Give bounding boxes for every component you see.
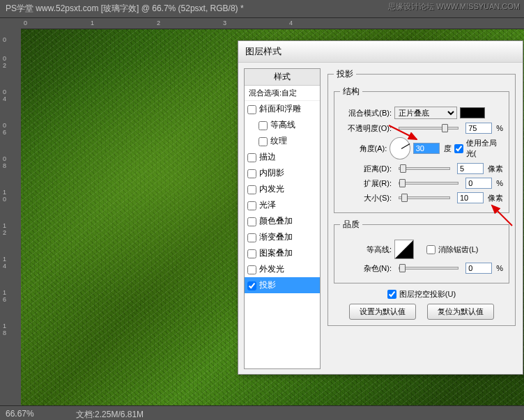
style-item-label: 纹理 (270, 136, 287, 146)
style-item-3[interactable]: 描边 (245, 149, 320, 165)
blend-options-header[interactable]: 混合选项:自定 (245, 86, 320, 101)
style-item-label: 等高线 (270, 120, 295, 130)
dialog-title: 图层样式 (238, 41, 523, 63)
opacity-slider[interactable] (399, 127, 458, 130)
blend-mode-select[interactable]: 正片叠底 (394, 107, 457, 119)
style-item-label: 斜面和浮雕 (259, 104, 301, 114)
zoom-display: 66.67% (6, 409, 34, 420)
size-label: 大小(S): (340, 193, 392, 203)
spread-label: 扩展(R): (340, 178, 392, 189)
layer-style-dialog: 图层样式 样式 混合选项:自定 斜面和浮雕等高线纹理描边内阴影内发光光泽颜色叠加… (238, 40, 523, 375)
spread-slider[interactable] (399, 182, 458, 185)
size-slider[interactable] (399, 196, 450, 199)
global-light-label: 使用全局光( (466, 138, 503, 159)
noise-slider[interactable] (399, 267, 458, 270)
distance-slider[interactable] (399, 167, 450, 170)
blend-mode-label: 混合模式(B): (340, 108, 392, 118)
style-item-checkbox[interactable] (247, 105, 256, 114)
style-item-label: 图案叠加 (259, 248, 293, 258)
style-item-checkbox[interactable] (247, 169, 256, 178)
shadow-color-swatch[interactable] (460, 107, 485, 118)
make-default-button[interactable]: 设置为默认值 (349, 304, 416, 320)
distance-label: 距离(D): (340, 164, 392, 174)
style-effect-list: 样式 混合选项:自定 斜面和浮雕等高线纹理描边内阴影内发光光泽颜色叠加渐变叠加图… (244, 68, 321, 369)
angle-label: 角度(A): (340, 143, 387, 154)
drop-shadow-fieldset: 投影 结构 混合模式(B): 正片叠底 不透明度(O): % (328, 68, 516, 326)
spread-input[interactable] (465, 178, 492, 189)
opacity-label: 不透明度(O): (340, 123, 392, 134)
style-item-checkbox[interactable] (247, 233, 256, 242)
style-item-11[interactable]: 投影 (245, 277, 320, 293)
size-input[interactable] (457, 192, 484, 203)
style-item-label: 渐变叠加 (259, 232, 293, 242)
opacity-input[interactable] (465, 123, 492, 134)
style-item-checkbox[interactable] (247, 201, 256, 210)
style-item-4[interactable]: 内阴影 (245, 165, 320, 181)
style-item-label: 光泽 (259, 200, 276, 210)
ruler-horizontal: 0 1 2 3 4 (21, 18, 524, 29)
style-item-2[interactable]: 纹理 (245, 133, 320, 149)
style-item-checkbox[interactable] (247, 281, 256, 290)
style-item-checkbox[interactable] (247, 265, 256, 274)
style-item-checkbox[interactable] (259, 121, 268, 130)
style-item-10[interactable]: 外发光 (245, 261, 320, 277)
contour-label: 等高线: (340, 244, 392, 255)
style-item-5[interactable]: 内发光 (245, 181, 320, 197)
docsize-display: 文档:2.25M/6.81M (76, 409, 144, 420)
style-item-9[interactable]: 图案叠加 (245, 245, 320, 261)
style-item-label: 内发光 (259, 184, 284, 194)
knockout-label: 图层挖空投影(U) (399, 289, 456, 300)
angle-input[interactable] (413, 143, 440, 154)
style-item-label: 描边 (259, 152, 276, 162)
antialias-label: 消除锯齿(L) (438, 244, 478, 255)
style-item-6[interactable]: 光泽 (245, 197, 320, 213)
contour-picker[interactable] (394, 240, 414, 259)
style-item-checkbox[interactable] (247, 217, 256, 226)
style-item-label: 投影 (259, 280, 276, 290)
style-item-checkbox[interactable] (247, 185, 256, 194)
style-item-label: 内阴影 (259, 168, 284, 178)
style-item-label: 颜色叠加 (259, 216, 293, 226)
noise-input[interactable] (465, 263, 492, 274)
ruler-vertical: 0 0 2 0 4 0 6 0 8 1 0 1 2 1 4 1 6 1 8 (0, 29, 21, 405)
structure-fieldset: 结构 混合模式(B): 正片叠底 不透明度(O): % 角度(A): (334, 86, 509, 213)
watermark: 思缘设计论坛 WWW.MISSYUAN.COM (388, 1, 520, 12)
knockout-checkbox[interactable] (387, 290, 396, 299)
noise-label: 杂色(N): (340, 263, 392, 274)
style-item-checkbox[interactable] (247, 153, 256, 162)
style-item-1[interactable]: 等高线 (245, 117, 320, 133)
style-item-0[interactable]: 斜面和浮雕 (245, 101, 320, 117)
angle-dial[interactable] (390, 137, 410, 160)
style-item-checkbox[interactable] (259, 137, 268, 146)
reset-default-button[interactable]: 复位为默认值 (427, 304, 494, 320)
statusbar: 66.67% 文档:2.25M/6.81M (0, 405, 524, 420)
distance-input[interactable] (457, 163, 484, 174)
global-light-checkbox[interactable] (454, 144, 463, 153)
antialias-checkbox[interactable] (426, 245, 436, 254)
style-item-7[interactable]: 颜色叠加 (245, 213, 320, 229)
style-header[interactable]: 样式 (245, 69, 320, 86)
effect-settings-panel: 投影 结构 混合模式(B): 正片叠底 不透明度(O): % (323, 63, 523, 375)
style-item-label: 外发光 (259, 264, 284, 274)
style-item-8[interactable]: 渐变叠加 (245, 229, 320, 245)
panel-title: 投影 (334, 68, 356, 80)
quality-fieldset: 品质 等高线: 消除锯齿(L) 杂色(N): % (334, 219, 509, 283)
style-item-checkbox[interactable] (247, 249, 256, 258)
